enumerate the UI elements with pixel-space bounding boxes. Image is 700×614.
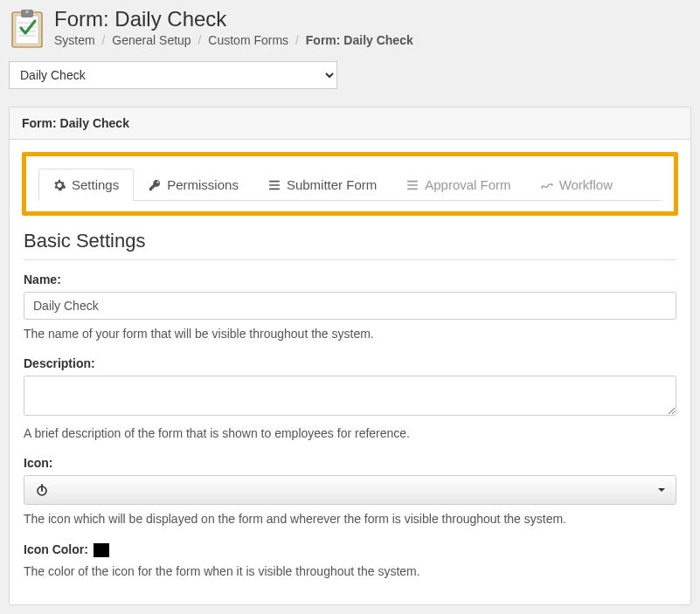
- field-icon: Icon: The icon which will be displayed o…: [24, 456, 676, 526]
- caret-down-icon: [658, 488, 665, 492]
- description-label: Description:: [24, 356, 676, 370]
- description-textarea[interactable]: [24, 376, 676, 416]
- icon-color-swatch[interactable]: [94, 543, 109, 557]
- breadcrumb-separator: /: [198, 33, 202, 47]
- list-icon: [406, 179, 419, 191]
- icon-dropdown[interactable]: [24, 475, 676, 505]
- field-description: Description: A brief description of the …: [24, 356, 676, 440]
- icon-color-label: Icon Color:: [24, 542, 88, 556]
- breadcrumb-separator: /: [102, 33, 106, 47]
- form-selector-wrap: Daily Check: [0, 61, 700, 107]
- panel-title: Form: Daily Check: [10, 107, 690, 140]
- page-title: Form: Daily Check: [54, 7, 413, 31]
- field-icon-color: Icon Color: The color of the icon for th…: [24, 542, 676, 578]
- breadcrumb-item[interactable]: General Setup: [112, 33, 191, 47]
- icon-color-help: The color of the icon for the form when …: [24, 564, 676, 578]
- panel-body: Settings Permissions Submitter Form: [10, 140, 690, 604]
- workflow-icon: [541, 179, 553, 191]
- key-icon: [149, 179, 161, 191]
- tabs-highlight-box: Settings Permissions Submitter Form: [22, 152, 678, 216]
- tab-submitter-form[interactable]: Submitter Form: [253, 169, 392, 201]
- breadcrumb-current: Form: Daily Check: [306, 33, 413, 47]
- form-panel: Form: Daily Check Settings Permissions: [9, 107, 691, 605]
- tab-label: Submitter Form: [287, 177, 377, 192]
- tab-settings[interactable]: Settings: [38, 169, 134, 201]
- tab-permissions[interactable]: Permissions: [134, 169, 253, 201]
- tab-label: Settings: [72, 177, 119, 192]
- tabs: Settings Permissions Submitter Form: [38, 169, 662, 201]
- breadcrumb-item[interactable]: System: [54, 33, 95, 47]
- form-selector[interactable]: Daily Check: [9, 61, 337, 89]
- svg-point-9: [551, 183, 552, 185]
- settings-content: Basic Settings Name: The name of your fo…: [22, 230, 678, 578]
- tab-workflow[interactable]: Workflow: [526, 169, 627, 201]
- icon-help: The icon which will be displayed on the …: [24, 512, 676, 526]
- breadcrumb-separator: /: [295, 33, 299, 47]
- header-text: Form: Daily Check System / General Setup…: [54, 7, 413, 47]
- field-name: Name: The name of your form that will be…: [24, 273, 676, 341]
- breadcrumb-item[interactable]: Custom Forms: [208, 33, 288, 47]
- tab-label: Approval Form: [425, 177, 510, 192]
- tab-label: Permissions: [167, 177, 239, 192]
- name-help: The name of your form that will be visib…: [24, 327, 676, 341]
- gear-icon: [53, 179, 66, 191]
- svg-point-8: [541, 186, 543, 188]
- tab-label: Workflow: [559, 177, 613, 192]
- icon-label: Icon:: [24, 456, 676, 470]
- tab-approval-form[interactable]: Approval Form: [392, 169, 525, 201]
- power-icon: [35, 483, 49, 497]
- name-input[interactable]: [24, 292, 676, 320]
- section-heading: Basic Settings: [24, 230, 676, 260]
- list-icon: [268, 179, 281, 191]
- page-header: Form: Daily Check System / General Setup…: [0, 0, 700, 61]
- clipboard-check-icon: [9, 9, 45, 49]
- name-label: Name:: [24, 273, 676, 286]
- breadcrumb: System / General Setup / Custom Forms / …: [54, 33, 413, 47]
- svg-point-3: [25, 10, 28, 13]
- description-help: A brief description of the form that is …: [24, 426, 676, 440]
